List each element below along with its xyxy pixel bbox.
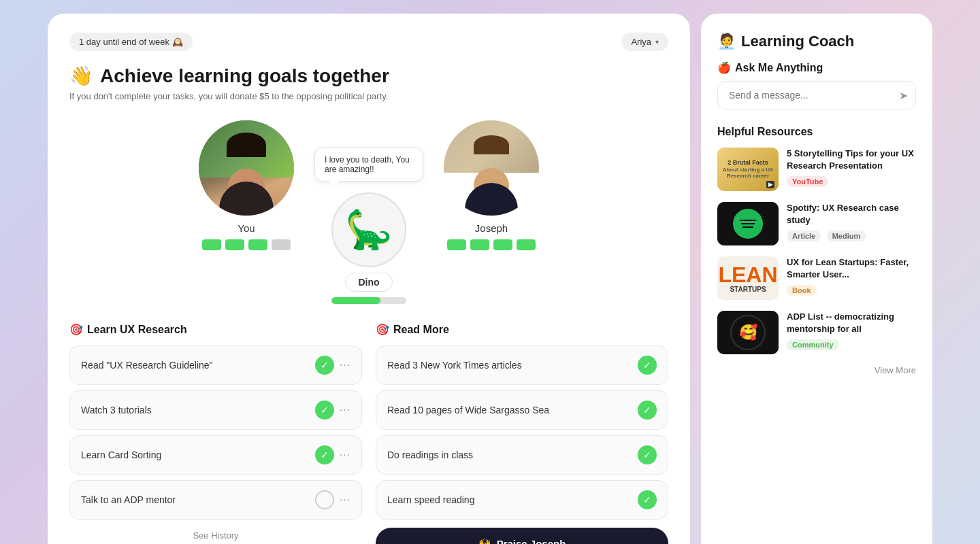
user-you-name: You [238, 222, 255, 234]
praise-joseph-button[interactable]: 🙌 Praise Joseph [376, 528, 668, 544]
resource-tag-book: Book [787, 285, 817, 296]
joseph-dot-1 [447, 239, 466, 250]
lean-text: LEAN [718, 264, 777, 286]
left-goal-emoji: 🎯 [69, 323, 83, 336]
task-menu-icon[interactable]: ··· [340, 404, 350, 416]
task-actions: ··· [315, 490, 350, 509]
resource-info-3: UX for Lean Startups: Faster, Smarter Us… [787, 256, 916, 296]
check-done-icon[interactable]: ✓ [315, 356, 334, 375]
see-history-link[interactable]: See History [69, 530, 362, 541]
task-item: Read "UX Research Guideline" ✓ ··· [69, 345, 362, 385]
sidebar-title-text: Learning Coach [741, 33, 854, 50]
task-label: Watch 3 tutorials [81, 405, 315, 415]
check-done-icon[interactable]: ✓ [638, 490, 657, 509]
page-subtitle: If you don't complete your tasks, you wi… [69, 91, 668, 101]
resource-title-3: UX for Lean Startups: Faster, Smarter Us… [787, 256, 916, 281]
main-panel: 1 day until end of week 🕰️ Ariya ▾ 👋 Ach… [48, 14, 690, 544]
resource-title-1: 5 Storytelling Tips for your UX Research… [787, 148, 916, 172]
task-label: Learn Card Sorting [81, 449, 315, 460]
user-you-block: You [178, 120, 314, 250]
resource-thumb-lean: LEAN STARTUPS [717, 256, 779, 300]
task-item: Do readings in class ✓ [376, 435, 668, 475]
task-item: Read 3 New York Times articles ✓ [376, 345, 668, 385]
message-input-wrapper: ➤ [717, 81, 916, 109]
week-badge: 1 day until end of week 🕰️ [69, 33, 193, 51]
task-actions: ✓ ··· [315, 401, 350, 420]
task-item: Talk to an ADP mentor ··· [69, 480, 362, 520]
header: 1 day until end of week 🕰️ Ariya ▾ [69, 33, 668, 51]
task-label: Talk to an ADP mentor [81, 494, 315, 505]
avatar-you [199, 120, 294, 216]
praise-emoji: 🙌 [478, 537, 491, 544]
user-dropdown[interactable]: Ariya ▾ [621, 33, 668, 51]
task-item: Watch 3 tutorials ✓ ··· [69, 390, 362, 430]
user-name: Ariya [631, 37, 651, 47]
speech-bubble: I love you to death, You are amazing!! [314, 148, 423, 182]
right-goal-title: 🎯 Read More [376, 323, 668, 336]
task-label: Read "UX Research Guideline" [81, 360, 315, 371]
resource-title-2: Spotify: UX Research case study [787, 202, 916, 226]
startups-text: STARTUPS [730, 286, 766, 293]
joseph-body [465, 183, 518, 216]
resource-info-1: 5 Storytelling Tips for your UX Research… [787, 148, 916, 187]
task-actions: ✓ [638, 401, 657, 420]
side-panel: 🧑‍💼 Learning Coach 🍎 Ask Me Anything ➤ H… [701, 14, 932, 544]
resource-info-2: Spotify: UX Research case study Article … [787, 202, 916, 241]
right-goal-emoji: 🎯 [376, 323, 389, 336]
task-item: Read 10 pages of Wide Sargasso Sea ✓ [376, 390, 668, 430]
check-done-icon[interactable]: ✓ [638, 445, 657, 464]
avatar-joseph [444, 120, 539, 216]
dino-name: Dino [345, 273, 392, 292]
dino-block: I love you to death, You are amazing!! 🦕… [314, 141, 423, 304]
goals-section: 🎯 Learn UX Research Read "UX Research Gu… [69, 323, 668, 544]
avatar-joseph-wrapper [444, 120, 539, 216]
task-label: Read 10 pages of Wide Sargasso Sea [387, 405, 638, 415]
task-menu-icon[interactable]: ··· [340, 359, 350, 371]
check-done-icon[interactable]: ✓ [315, 401, 334, 420]
right-goal-text: Read More [393, 324, 449, 336]
task-label: Do readings in class [387, 449, 638, 460]
check-done-icon[interactable]: ✓ [315, 445, 334, 464]
task-label: Read 3 New York Times articles [387, 360, 638, 371]
wave-emoji: 👋 [69, 65, 93, 87]
task-actions: ✓ [638, 490, 657, 509]
task-item: Learn speed reading ✓ [376, 480, 668, 520]
joseph-dot-2 [470, 239, 489, 250]
task-menu-icon[interactable]: ··· [340, 494, 350, 506]
resource-thumb-adp: 🥰 [717, 311, 779, 354]
resource-item-4: 🥰 ADP List -- democratizing mentorship f… [717, 311, 916, 354]
check-empty-icon[interactable] [315, 490, 334, 509]
page-title-text: Achieve learning goals together [100, 65, 389, 87]
sidebar-title: 🧑‍💼 Learning Coach [717, 33, 916, 50]
resource-tag-community: Community [787, 339, 839, 350]
resource-tag-article: Article [787, 231, 821, 241]
resource-thumb-youtube: 2 Brutal Facts About starting a UX Resea… [717, 148, 779, 191]
joseph-progress [447, 239, 536, 250]
user-joseph-name: Joseph [475, 222, 508, 234]
right-goal-column: 🎯 Read More Read 3 New York Times articl… [376, 323, 668, 544]
apple-emoji: 🍎 [717, 61, 731, 74]
left-goal-title: 🎯 Learn UX Research [69, 323, 362, 336]
left-goal-column: 🎯 Learn UX Research Read "UX Research Gu… [69, 323, 362, 544]
task-actions: ✓ [638, 356, 657, 375]
joseph-dot-4 [517, 239, 536, 250]
view-more-link[interactable]: View More [717, 365, 916, 375]
coach-emoji: 🧑‍💼 [717, 33, 736, 50]
task-label: Learn speed reading [387, 494, 638, 505]
resource-tag-youtube: YouTube [787, 176, 828, 187]
progress-dot-4 [272, 239, 291, 250]
send-button[interactable]: ➤ [899, 89, 908, 102]
you-progress [202, 239, 291, 250]
task-menu-icon[interactable]: ··· [340, 449, 350, 461]
message-input[interactable] [717, 81, 916, 109]
you-hair [227, 133, 266, 157]
progress-dot-3 [248, 239, 267, 250]
check-done-icon[interactable]: ✓ [638, 401, 657, 420]
task-actions: ✓ ··· [315, 356, 350, 375]
check-done-icon[interactable]: ✓ [638, 356, 657, 375]
task-item: Learn Card Sorting ✓ ··· [69, 435, 362, 475]
resource-title-4: ADP List -- democratizing mentorship for… [787, 311, 916, 335]
resource-info-4: ADP List -- democratizing mentorship for… [787, 311, 916, 350]
you-body [219, 182, 274, 216]
avatar-you-wrapper [199, 120, 294, 216]
